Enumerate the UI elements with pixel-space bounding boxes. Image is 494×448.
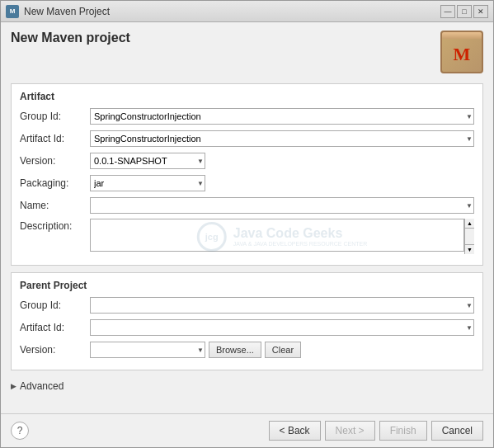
parent-group-id-select-wrap: ▼: [90, 297, 474, 314]
packaging-row: Packaging: jar war pom ear ▼: [20, 174, 474, 192]
parent-group-id-input[interactable]: [90, 297, 474, 314]
parent-artifact-id-control: ▼: [90, 319, 474, 336]
finish-button[interactable]: Finish: [379, 421, 427, 441]
parent-version-label: Version:: [20, 344, 90, 356]
parent-version-control: ▼ Browse... Clear: [90, 342, 474, 358]
version-select-wrap: 0.0.1-SNAPSHOT 1.0.0 1.0.0-SNAPSHOT ▼: [90, 153, 205, 169]
artifact-id-select-wrap: ▼: [90, 130, 474, 147]
parent-section-title: Parent Project: [20, 280, 474, 291]
version-control: 0.0.1-SNAPSHOT 1.0.0 1.0.0-SNAPSHOT ▼: [90, 153, 474, 169]
artifact-id-input[interactable]: [90, 130, 474, 147]
maven-logo: M: [440, 31, 483, 73]
description-control: jcg Java Code Geeks JAVA & JAVA DEVELOPE…: [90, 219, 474, 254]
close-button[interactable]: ✕: [473, 5, 488, 18]
description-scroll-up[interactable]: ▲: [465, 219, 474, 229]
parent-group-id-control: ▼: [90, 297, 474, 314]
footer-left: ?: [11, 422, 29, 440]
page-title: New Maven project: [11, 31, 130, 45]
group-id-label: Group Id:: [20, 111, 90, 122]
cancel-button[interactable]: Cancel: [431, 421, 483, 441]
name-control: ▼: [90, 197, 474, 214]
minimize-button[interactable]: —: [440, 5, 455, 18]
parent-artifact-id-label: Artifact Id:: [20, 322, 90, 333]
back-button[interactable]: < Back: [269, 421, 321, 441]
parent-artifact-id-select-wrap: ▼: [90, 319, 474, 336]
next-button[interactable]: Next >: [325, 421, 375, 441]
parent-artifact-id-input[interactable]: [90, 319, 474, 336]
footer-buttons: < Back Next > Finish Cancel: [269, 421, 483, 441]
version-label: Version:: [20, 155, 90, 167]
artifact-section: Artifact Group Id: ▼ Artifact Id: ▼: [11, 83, 483, 266]
window-icon: M: [6, 5, 19, 18]
parent-version-row: Version: ▼ Browse... Clear: [20, 341, 474, 359]
title-bar: M New Maven Project — □ ✕: [1, 1, 493, 22]
title-bar-left: M New Maven Project: [6, 5, 110, 18]
packaging-select-wrap: jar war pom ear ▼: [90, 175, 205, 191]
parent-version-select[interactable]: [90, 342, 205, 358]
group-id-select-wrap: ▼: [90, 108, 474, 125]
group-id-row: Group Id: ▼: [20, 107, 474, 125]
name-label: Name:: [20, 200, 90, 211]
packaging-label: Packaging:: [20, 177, 90, 189]
name-input[interactable]: [90, 197, 474, 214]
description-scroll-down[interactable]: ▼: [465, 244, 474, 254]
advanced-label: Advanced: [20, 380, 64, 392]
artifact-id-control: ▼: [90, 130, 474, 147]
title-bar-controls: — □ ✕: [440, 5, 488, 18]
clear-button[interactable]: Clear: [265, 342, 301, 358]
version-select[interactable]: 0.0.1-SNAPSHOT 1.0.0 1.0.0-SNAPSHOT: [90, 153, 205, 169]
group-id-input[interactable]: [90, 108, 474, 125]
artifact-id-label: Artifact Id:: [20, 133, 90, 144]
packaging-control: jar war pom ear ▼: [90, 175, 474, 191]
footer: ? < Back Next > Finish Cancel: [1, 413, 493, 447]
parent-group-id-row: Group Id: ▼: [20, 296, 474, 314]
artifact-id-row: Artifact Id: ▼: [20, 130, 474, 148]
parent-version-select-wrap: ▼: [90, 342, 205, 358]
artifact-section-title: Artifact: [20, 91, 474, 102]
main-window: M New Maven Project — □ ✕ New Maven proj…: [0, 0, 494, 448]
group-id-control: ▼: [90, 108, 474, 125]
advanced-arrow-icon: ▶: [11, 382, 16, 390]
name-select-wrap: ▼: [90, 197, 474, 214]
name-row: Name: ▼: [20, 196, 474, 215]
content-area: New Maven project M Artifact Group Id: ▼: [1, 22, 493, 413]
parent-section: Parent Project Group Id: ▼ Artifact Id:: [11, 272, 483, 370]
parent-group-id-label: Group Id:: [20, 299, 90, 311]
packaging-select[interactable]: jar war pom ear: [90, 175, 205, 191]
description-label: Description:: [20, 219, 90, 232]
advanced-row[interactable]: ▶ Advanced: [11, 377, 483, 395]
description-row: Description: jcg Java Code Geeks JAVA & …: [20, 219, 474, 254]
maximize-button[interactable]: □: [457, 5, 472, 18]
page-header: New Maven project M: [11, 31, 483, 73]
parent-artifact-id-row: Artifact Id: ▼: [20, 318, 474, 337]
browse-button[interactable]: Browse...: [209, 342, 261, 358]
help-button[interactable]: ?: [11, 422, 29, 440]
window-title: New Maven Project: [24, 6, 110, 17]
version-row: Version: 0.0.1-SNAPSHOT 1.0.0 1.0.0-SNAP…: [20, 152, 474, 170]
description-textarea[interactable]: [90, 219, 464, 252]
